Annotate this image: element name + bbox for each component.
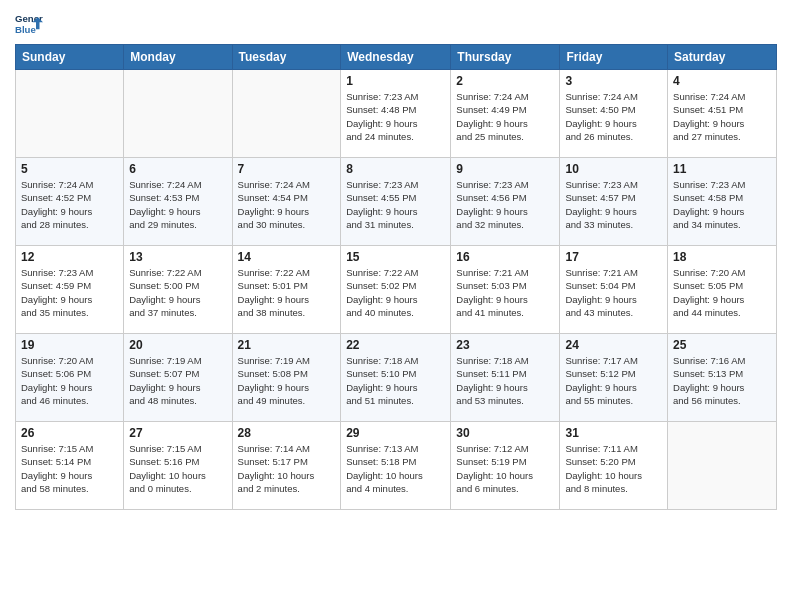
calendar-cell: 12Sunrise: 7:23 AM Sunset: 4:59 PM Dayli… [16, 246, 124, 334]
day-number: 7 [238, 162, 336, 176]
calendar-cell: 7Sunrise: 7:24 AM Sunset: 4:54 PM Daylig… [232, 158, 341, 246]
day-info: Sunrise: 7:19 AM Sunset: 5:07 PM Dayligh… [129, 354, 226, 407]
calendar-cell: 5Sunrise: 7:24 AM Sunset: 4:52 PM Daylig… [16, 158, 124, 246]
calendar-cell: 6Sunrise: 7:24 AM Sunset: 4:53 PM Daylig… [124, 158, 232, 246]
calendar-cell: 25Sunrise: 7:16 AM Sunset: 5:13 PM Dayli… [668, 334, 777, 422]
calendar-cell: 26Sunrise: 7:15 AM Sunset: 5:14 PM Dayli… [16, 422, 124, 510]
calendar-cell: 29Sunrise: 7:13 AM Sunset: 5:18 PM Dayli… [341, 422, 451, 510]
day-info: Sunrise: 7:20 AM Sunset: 5:05 PM Dayligh… [673, 266, 771, 319]
day-info: Sunrise: 7:21 AM Sunset: 5:03 PM Dayligh… [456, 266, 554, 319]
calendar-cell: 24Sunrise: 7:17 AM Sunset: 5:12 PM Dayli… [560, 334, 668, 422]
calendar-cell: 21Sunrise: 7:19 AM Sunset: 5:08 PM Dayli… [232, 334, 341, 422]
calendar-cell [668, 422, 777, 510]
day-number: 29 [346, 426, 445, 440]
day-number: 14 [238, 250, 336, 264]
calendar-cell: 10Sunrise: 7:23 AM Sunset: 4:57 PM Dayli… [560, 158, 668, 246]
calendar-cell: 2Sunrise: 7:24 AM Sunset: 4:49 PM Daylig… [451, 70, 560, 158]
logo-icon: General Blue [15, 10, 43, 38]
day-info: Sunrise: 7:24 AM Sunset: 4:53 PM Dayligh… [129, 178, 226, 231]
calendar-cell: 13Sunrise: 7:22 AM Sunset: 5:00 PM Dayli… [124, 246, 232, 334]
day-number: 20 [129, 338, 226, 352]
day-number: 15 [346, 250, 445, 264]
day-info: Sunrise: 7:20 AM Sunset: 5:06 PM Dayligh… [21, 354, 118, 407]
day-number: 3 [565, 74, 662, 88]
day-info: Sunrise: 7:19 AM Sunset: 5:08 PM Dayligh… [238, 354, 336, 407]
day-number: 26 [21, 426, 118, 440]
calendar-header-row: SundayMondayTuesdayWednesdayThursdayFrid… [16, 45, 777, 70]
logo: General Blue [15, 10, 43, 38]
calendar-week-row: 26Sunrise: 7:15 AM Sunset: 5:14 PM Dayli… [16, 422, 777, 510]
calendar-cell: 19Sunrise: 7:20 AM Sunset: 5:06 PM Dayli… [16, 334, 124, 422]
calendar-cell: 17Sunrise: 7:21 AM Sunset: 5:04 PM Dayli… [560, 246, 668, 334]
day-number: 9 [456, 162, 554, 176]
day-number: 28 [238, 426, 336, 440]
calendar-cell: 28Sunrise: 7:14 AM Sunset: 5:17 PM Dayli… [232, 422, 341, 510]
day-info: Sunrise: 7:14 AM Sunset: 5:17 PM Dayligh… [238, 442, 336, 495]
weekday-header: Monday [124, 45, 232, 70]
day-info: Sunrise: 7:22 AM Sunset: 5:01 PM Dayligh… [238, 266, 336, 319]
day-info: Sunrise: 7:23 AM Sunset: 4:57 PM Dayligh… [565, 178, 662, 231]
calendar-cell: 22Sunrise: 7:18 AM Sunset: 5:10 PM Dayli… [341, 334, 451, 422]
day-info: Sunrise: 7:22 AM Sunset: 5:00 PM Dayligh… [129, 266, 226, 319]
day-number: 21 [238, 338, 336, 352]
day-info: Sunrise: 7:23 AM Sunset: 4:58 PM Dayligh… [673, 178, 771, 231]
day-info: Sunrise: 7:22 AM Sunset: 5:02 PM Dayligh… [346, 266, 445, 319]
day-info: Sunrise: 7:15 AM Sunset: 5:14 PM Dayligh… [21, 442, 118, 495]
day-info: Sunrise: 7:13 AM Sunset: 5:18 PM Dayligh… [346, 442, 445, 495]
day-number: 5 [21, 162, 118, 176]
weekday-header: Wednesday [341, 45, 451, 70]
day-info: Sunrise: 7:11 AM Sunset: 5:20 PM Dayligh… [565, 442, 662, 495]
day-info: Sunrise: 7:24 AM Sunset: 4:54 PM Dayligh… [238, 178, 336, 231]
day-number: 2 [456, 74, 554, 88]
day-number: 18 [673, 250, 771, 264]
day-info: Sunrise: 7:23 AM Sunset: 4:48 PM Dayligh… [346, 90, 445, 143]
calendar-cell: 14Sunrise: 7:22 AM Sunset: 5:01 PM Dayli… [232, 246, 341, 334]
day-info: Sunrise: 7:24 AM Sunset: 4:51 PM Dayligh… [673, 90, 771, 143]
calendar-cell [232, 70, 341, 158]
day-info: Sunrise: 7:23 AM Sunset: 4:56 PM Dayligh… [456, 178, 554, 231]
day-info: Sunrise: 7:24 AM Sunset: 4:50 PM Dayligh… [565, 90, 662, 143]
calendar-week-row: 12Sunrise: 7:23 AM Sunset: 4:59 PM Dayli… [16, 246, 777, 334]
day-number: 27 [129, 426, 226, 440]
day-number: 19 [21, 338, 118, 352]
day-number: 1 [346, 74, 445, 88]
day-info: Sunrise: 7:12 AM Sunset: 5:19 PM Dayligh… [456, 442, 554, 495]
day-number: 6 [129, 162, 226, 176]
day-info: Sunrise: 7:21 AM Sunset: 5:04 PM Dayligh… [565, 266, 662, 319]
calendar-cell: 30Sunrise: 7:12 AM Sunset: 5:19 PM Dayli… [451, 422, 560, 510]
day-number: 25 [673, 338, 771, 352]
day-number: 17 [565, 250, 662, 264]
day-number: 10 [565, 162, 662, 176]
weekday-header: Friday [560, 45, 668, 70]
day-number: 31 [565, 426, 662, 440]
day-info: Sunrise: 7:23 AM Sunset: 4:59 PM Dayligh… [21, 266, 118, 319]
calendar-cell: 23Sunrise: 7:18 AM Sunset: 5:11 PM Dayli… [451, 334, 560, 422]
weekday-header: Saturday [668, 45, 777, 70]
day-info: Sunrise: 7:15 AM Sunset: 5:16 PM Dayligh… [129, 442, 226, 495]
main-container: General Blue SundayMondayTuesdayWednesda… [0, 0, 792, 515]
calendar-cell: 16Sunrise: 7:21 AM Sunset: 5:03 PM Dayli… [451, 246, 560, 334]
day-number: 30 [456, 426, 554, 440]
day-info: Sunrise: 7:24 AM Sunset: 4:52 PM Dayligh… [21, 178, 118, 231]
day-number: 22 [346, 338, 445, 352]
calendar-cell: 9Sunrise: 7:23 AM Sunset: 4:56 PM Daylig… [451, 158, 560, 246]
calendar-cell: 31Sunrise: 7:11 AM Sunset: 5:20 PM Dayli… [560, 422, 668, 510]
calendar-cell: 11Sunrise: 7:23 AM Sunset: 4:58 PM Dayli… [668, 158, 777, 246]
calendar-cell: 20Sunrise: 7:19 AM Sunset: 5:07 PM Dayli… [124, 334, 232, 422]
calendar-cell: 4Sunrise: 7:24 AM Sunset: 4:51 PM Daylig… [668, 70, 777, 158]
day-number: 24 [565, 338, 662, 352]
header: General Blue [15, 10, 777, 38]
day-info: Sunrise: 7:18 AM Sunset: 5:11 PM Dayligh… [456, 354, 554, 407]
calendar-cell: 8Sunrise: 7:23 AM Sunset: 4:55 PM Daylig… [341, 158, 451, 246]
day-number: 8 [346, 162, 445, 176]
calendar-cell: 27Sunrise: 7:15 AM Sunset: 5:16 PM Dayli… [124, 422, 232, 510]
day-number: 13 [129, 250, 226, 264]
calendar-week-row: 5Sunrise: 7:24 AM Sunset: 4:52 PM Daylig… [16, 158, 777, 246]
calendar-cell: 1Sunrise: 7:23 AM Sunset: 4:48 PM Daylig… [341, 70, 451, 158]
day-info: Sunrise: 7:18 AM Sunset: 5:10 PM Dayligh… [346, 354, 445, 407]
calendar-cell: 18Sunrise: 7:20 AM Sunset: 5:05 PM Dayli… [668, 246, 777, 334]
calendar-cell: 3Sunrise: 7:24 AM Sunset: 4:50 PM Daylig… [560, 70, 668, 158]
weekday-header: Thursday [451, 45, 560, 70]
day-number: 16 [456, 250, 554, 264]
svg-text:Blue: Blue [15, 24, 36, 35]
